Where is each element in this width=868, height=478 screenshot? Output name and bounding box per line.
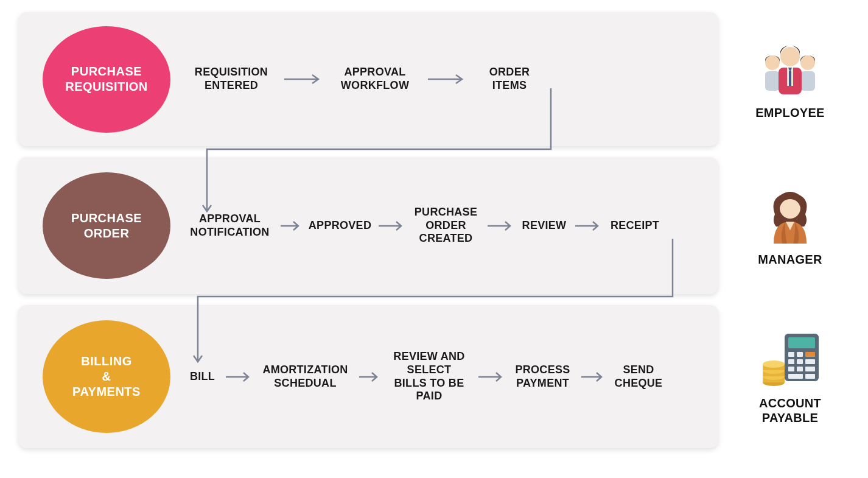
step-review-bills: REVIEW AND SELECT BILLS TO BE PAID: [387, 350, 472, 402]
phase-circle-requisition: PURCHASE REQUISITION: [43, 26, 170, 133]
svg-rect-3: [765, 71, 780, 91]
steps-order: APPROVAL NOTIFICATION APPROVED PURCHASE …: [170, 206, 718, 245]
arrow-icon: [224, 371, 253, 383]
arrow-icon: [377, 220, 406, 232]
svg-rect-27: [788, 367, 794, 371]
steps-billing: BILL AMORTIZATION SCHEDUAL REVIEW AND SE…: [170, 350, 718, 402]
actor-manager: MANAGER: [718, 185, 850, 267]
svg-rect-9: [789, 71, 791, 86]
arrow-icon: [279, 220, 303, 232]
phase-panel: PURCHASE ORDER APPROVAL NOTIFICATION APP…: [18, 157, 718, 294]
step-review: REVIEW: [520, 219, 569, 233]
step-po-created: PURCHASE ORDER CREATED: [411, 206, 481, 245]
phase-row-order: PURCHASE ORDER APPROVAL NOTIFICATION APP…: [18, 157, 850, 294]
employee-group-icon: [757, 38, 824, 99]
actor-label: MANAGER: [758, 252, 822, 267]
actor-account-payable: ACCOUNT PAYABLE: [718, 329, 850, 425]
arrow-icon: [477, 371, 506, 383]
svg-rect-22: [797, 352, 803, 357]
calculator-coins-icon: [757, 329, 824, 390]
arrow-icon: [579, 371, 606, 383]
svg-rect-5: [800, 71, 815, 91]
svg-point-4: [800, 55, 815, 70]
step-approval-notification: APPROVAL NOTIFICATION: [186, 213, 274, 239]
svg-rect-20: [788, 337, 815, 348]
step-order-items: ORDER ITEMS: [473, 66, 546, 92]
step-approved: APPROVED: [308, 219, 372, 233]
svg-rect-28: [797, 367, 803, 371]
phase-row-requisition: PURCHASE REQUISITION REQUISITION ENTERED…: [18, 12, 850, 146]
actor-employee: EMPLOYEE: [718, 38, 850, 120]
phase-panel: BILLING & PAYMENTS BILL AMORTIZATION SCH…: [18, 305, 718, 448]
arrow-icon: [425, 73, 468, 85]
svg-rect-26: [805, 359, 815, 364]
svg-rect-24: [788, 359, 794, 364]
phase-circle-billing: BILLING & PAYMENTS: [43, 320, 170, 433]
arrow-icon: [486, 220, 515, 232]
svg-point-38: [763, 360, 785, 368]
step-amortization: AMORTIZATION SCHEDUAL: [258, 364, 352, 390]
phase-panel: PURCHASE REQUISITION REQUISITION ENTERED…: [18, 12, 718, 146]
phase-title: PURCHASE ORDER: [71, 211, 142, 241]
svg-point-2: [765, 55, 780, 70]
arrow-icon: [282, 73, 324, 85]
step-send-cheque: SEND CHEQUE: [611, 364, 666, 390]
step-approval-workflow: APPROVAL WORKFLOW: [329, 66, 421, 92]
arrow-icon: [357, 371, 382, 383]
arrow-icon: [573, 220, 603, 232]
step-bill: BILL: [186, 370, 219, 384]
svg-point-6: [780, 47, 800, 66]
manager-icon: [757, 185, 824, 246]
step-receipt: RECEIPT: [607, 219, 662, 233]
svg-rect-30: [788, 374, 803, 379]
phase-circle-order: PURCHASE ORDER: [43, 172, 170, 279]
actor-label: EMPLOYEE: [755, 105, 825, 120]
phase-row-billing: BILLING & PAYMENTS BILL AMORTIZATION SCH…: [18, 305, 850, 448]
svg-rect-31: [805, 374, 815, 379]
actor-label: ACCOUNT PAYABLE: [759, 396, 821, 425]
steps-requisition: REQUISITION ENTERED APPROVAL WORKFLOW OR…: [170, 66, 718, 92]
svg-rect-23: [805, 352, 815, 357]
step-requisition-entered: REQUISITION ENTERED: [186, 66, 277, 92]
phase-title: BILLING & PAYMENTS: [72, 354, 141, 399]
phase-title: PURCHASE REQUISITION: [65, 64, 148, 94]
svg-rect-21: [788, 352, 794, 357]
svg-rect-29: [805, 367, 815, 371]
step-process-payment: PROCESS PAYMENT: [511, 364, 575, 390]
svg-rect-25: [797, 359, 803, 364]
